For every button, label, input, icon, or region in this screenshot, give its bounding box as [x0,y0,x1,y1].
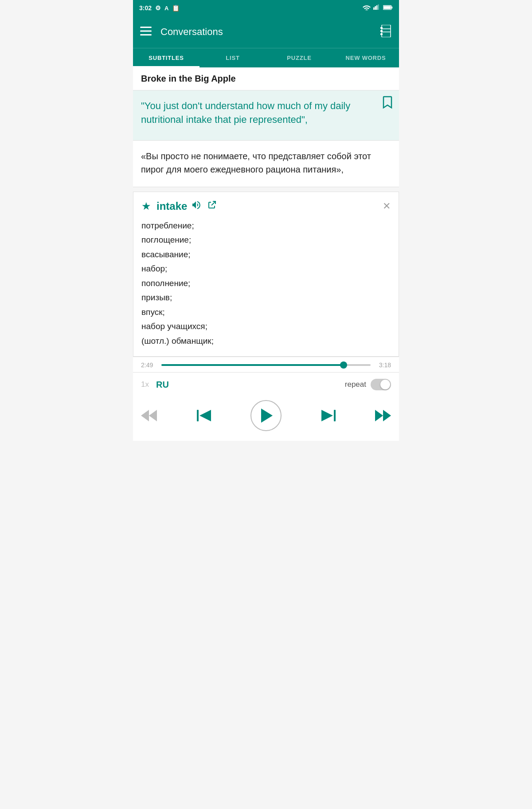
svg-marker-21 [321,410,333,421]
repeat-label: repeat [345,380,366,389]
bookmark-icon[interactable] [382,96,393,111]
svg-rect-2 [376,5,378,10]
definition-item: впуск; [141,305,391,320]
status-bar: 3:02 ⚙ A 📋 [133,0,399,16]
repeat-section: repeat [345,379,391,390]
app-bar: Conversations [133,16,399,48]
settings-icon: ⚙ [155,4,161,12]
svg-rect-3 [378,4,379,10]
svg-rect-5 [391,7,392,9]
controls-bar: 1x RU repeat [133,372,399,441]
subtitle-english: "You just don't understand how much of m… [141,99,391,127]
subtitle-russian: «Вы просто не понимаете, что представляе… [141,149,391,176]
scrubber-track[interactable] [161,364,371,366]
svg-rect-15 [380,33,383,35]
repeat-toggle[interactable] [371,379,391,390]
scrubber-row: 2:49 3:18 [141,361,391,369]
definition-item: поглощение; [141,233,391,247]
subtitle-block: "You just don't understand how much of m… [133,90,399,141]
svg-rect-0 [373,8,375,10]
battery-icon [383,4,393,12]
word-card: ★ intake ✕ потребление; поглощение; всас… [133,192,399,357]
app-bar-title: Conversations [160,26,372,38]
status-bar-left: 3:02 ⚙ A 📋 [139,4,180,12]
clipboard-icon: 📋 [172,4,180,12]
current-time: 2:49 [141,361,157,369]
rewind-forward-button[interactable] [375,409,391,422]
skip-forward-button[interactable] [321,409,336,422]
skip-back-button[interactable] [197,409,211,422]
rewind-back-button[interactable] [141,409,157,422]
word-title: intake [156,200,187,212]
speed-label[interactable]: 1x [141,380,149,389]
notebook-icon[interactable] [380,25,392,39]
definition-item: набор учащихся; [141,319,391,334]
svg-rect-6 [383,6,391,9]
translation-block: «Вы просто не понимаете, что представляе… [133,141,399,187]
controls-options: 1x RU repeat [141,376,391,397]
svg-rect-10 [382,25,391,37]
tab-puzzle[interactable]: PUZZLE [266,48,332,67]
svg-rect-14 [380,30,383,32]
svg-rect-9 [140,34,152,35]
svg-rect-19 [197,410,199,421]
word-definitions-list: потребление; поглощение; всасывание; наб… [141,219,391,349]
tab-list[interactable]: LIST [200,48,266,67]
definition-item: потребление; [141,219,391,233]
wifi-icon [363,4,371,12]
definition-item: (шотл.) обманщик; [141,334,391,349]
definition-item: набор; [141,262,391,276]
play-icon [261,408,273,423]
svg-marker-20 [200,410,211,421]
scrubber-container: 2:49 3:18 [133,357,399,372]
close-icon[interactable]: ✕ [383,200,391,212]
status-bar-right [363,4,393,12]
svg-rect-8 [140,31,152,32]
tab-subtitles[interactable]: SUBTITLES [133,48,200,67]
status-time: 3:02 [139,4,152,12]
svg-rect-13 [380,27,383,29]
tabs-bar: SUBTITLES LIST PUZZLE NEW WORDS [133,48,399,67]
scrubber-fill [161,364,344,366]
playback-controls [141,397,391,436]
sound-icon[interactable] [192,200,202,212]
svg-rect-1 [375,6,376,10]
a-icon: A [164,5,168,12]
star-icon[interactable]: ★ [141,200,151,212]
total-time: 3:18 [375,361,391,369]
signal-icon [373,4,380,12]
svg-marker-24 [383,410,391,421]
episode-title: Broke in the Big Apple [133,67,399,90]
definition-item: пополнение; [141,276,391,291]
svg-rect-22 [334,410,336,421]
word-card-header: ★ intake ✕ [141,200,391,212]
svg-line-16 [211,201,215,205]
external-link-icon[interactable] [207,200,216,212]
svg-marker-17 [149,410,157,421]
definition-item: призыв; [141,291,391,305]
play-button[interactable] [250,400,282,431]
language-label[interactable]: RU [156,380,169,390]
svg-marker-23 [375,410,383,421]
svg-rect-7 [140,27,152,28]
hamburger-icon[interactable] [140,27,152,37]
scrubber-thumb[interactable] [340,361,347,369]
definition-item: всасывание; [141,247,391,262]
tab-new-words[interactable]: NEW WORDS [332,48,399,67]
svg-marker-18 [141,410,149,421]
